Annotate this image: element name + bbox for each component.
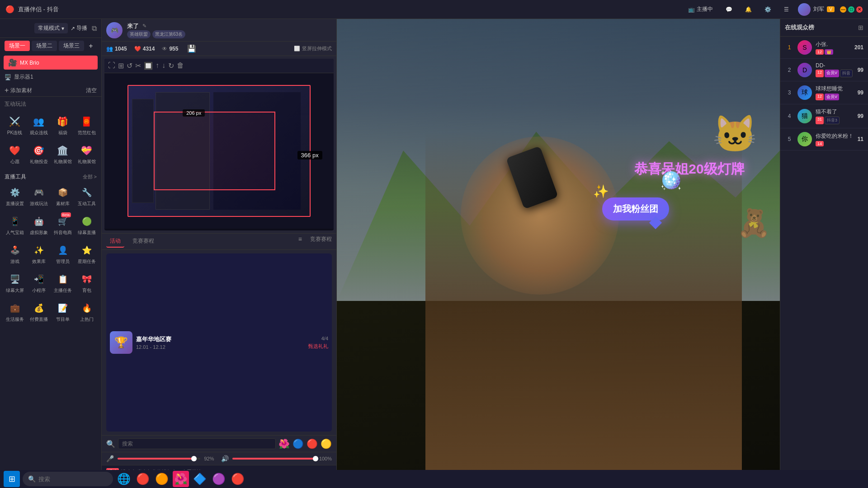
- taskbar-app-4[interactable]: 🌺: [173, 471, 189, 487]
- effects-tool[interactable]: ✨ 效果库: [28, 240, 50, 267]
- speaker-thumb[interactable]: [313, 456, 318, 461]
- save-icon[interactable]: 💾: [187, 44, 196, 53]
- audience-item[interactable]: 👥 观众连线: [28, 112, 50, 139]
- tools-more-btn[interactable]: 全部 >: [83, 174, 97, 180]
- schedule-tab[interactable]: 竞赛赛程: [129, 235, 158, 248]
- cut-icon[interactable]: ✂: [135, 61, 141, 70]
- pk-item[interactable]: ⚔️ PK连线: [4, 112, 26, 139]
- add-material-btn[interactable]: + 添加素材 清空: [0, 84, 101, 96]
- taskbar-app-7[interactable]: 🔴: [230, 471, 246, 487]
- score-5: 11: [858, 136, 863, 142]
- taskbar-app-1[interactable]: 🌐: [116, 471, 132, 487]
- big-screen-tool[interactable]: 🖥️ 绿幕大屏: [4, 269, 26, 296]
- activity-event[interactable]: 🏆 嘉年华地区赛 12.01 - 12.12 4/4 甄选礼礼: [106, 253, 332, 432]
- life-service-icon: 💼: [8, 301, 22, 315]
- refresh-icon[interactable]: ↺: [127, 61, 132, 70]
- viewer-item-3[interactable]: 3 球 球球想睡觉 12 会员V 99: [780, 81, 868, 104]
- host-task-tool[interactable]: 📋 主播任务: [52, 269, 74, 296]
- scene-tab-1[interactable]: 场景一: [5, 41, 30, 51]
- monitor-icon: 🖥️: [5, 74, 11, 80]
- avatar-tool[interactable]: 🤖 虚拟形象: [28, 211, 50, 239]
- lucky-bag-item[interactable]: 🎁 福袋: [52, 112, 74, 139]
- notification-btn[interactable]: 🔔: [741, 5, 755, 14]
- red-packet-item[interactable]: 🧧 范范红包: [75, 112, 98, 139]
- scene-tab-3[interactable]: 场景三: [59, 41, 84, 51]
- live-settings-tool[interactable]: ⚙️ 直播设置: [4, 183, 26, 210]
- plus-icon: +: [5, 86, 9, 94]
- taskbar-app-2[interactable]: 🔴: [135, 471, 151, 487]
- browser-icon-1[interactable]: 🔵: [292, 438, 304, 449]
- settings-btn[interactable]: ⚙️: [761, 5, 775, 14]
- studio-btn[interactable]: 📺 主播中: [684, 4, 717, 15]
- scene-add-btn[interactable]: +: [86, 41, 96, 51]
- menu-btn[interactable]: ☰: [780, 5, 793, 14]
- audio-controls: 🎤 92% 🔊 100%: [102, 452, 336, 465]
- grid-icon[interactable]: ⊞: [118, 61, 124, 70]
- activity-content: 🏆 嘉年华地区赛 12.01 - 12.12 4/4 甄选礼礼: [102, 250, 336, 435]
- viewer-item-2[interactable]: 2 D DD- 12 会员V 抖音 99: [780, 59, 868, 81]
- copy-icon[interactable]: ⧉: [92, 24, 97, 33]
- activity-menu-icon[interactable]: ≡: [298, 235, 302, 248]
- activity-tab[interactable]: 活动: [106, 235, 124, 248]
- video-bg: ✨ 加我粉丝团 🐱 🧸 恭喜呆姐20级灯牌 🪩: [337, 19, 780, 488]
- maximize-btn[interactable]: □: [848, 6, 854, 13]
- chat-btn[interactable]: 💬: [722, 5, 736, 14]
- crop-icon[interactable]: 🔲: [144, 61, 153, 70]
- search-input[interactable]: [118, 438, 276, 449]
- source-mx-brio[interactable]: 🎥 MX Brio: [4, 56, 98, 70]
- close-btn[interactable]: ✕: [856, 6, 863, 13]
- featured-tab[interactable]: 竞赛赛程: [310, 235, 332, 248]
- rotate-icon[interactable]: ↻: [168, 61, 174, 70]
- paid-live-tool[interactable]: 💰 付费直播: [28, 298, 50, 325]
- wish-item[interactable]: ❤️ 心愿: [4, 141, 26, 168]
- minimize-btn[interactable]: —: [840, 6, 846, 13]
- gift-toss-item[interactable]: 🎯 礼物投壶: [28, 141, 50, 168]
- browser-icon-3[interactable]: 🟡: [321, 438, 332, 449]
- ecommerce-tool[interactable]: 🛒 抖音电商 Beta: [52, 211, 74, 239]
- mic-thumb[interactable]: [191, 456, 197, 461]
- game2-tool[interactable]: 🕹️ 游戏: [4, 240, 26, 267]
- viewer-item-4[interactable]: 4 猫 猫不着了 31 抖音3 99: [780, 104, 868, 128]
- mode-selector[interactable]: 常规模式 ▾: [34, 23, 68, 33]
- taskbar-search[interactable]: 🔍: [23, 472, 113, 486]
- expand-icon[interactable]: ⊞: [858, 24, 863, 31]
- admin-tool[interactable]: 👤 管理员: [52, 240, 74, 267]
- interactive-section-title: 互动玩法: [0, 96, 101, 110]
- gift-gallery-item[interactable]: 🏛️ 礼物展馆: [52, 141, 74, 168]
- taskbar-app-3[interactable]: 🟠: [154, 471, 170, 487]
- speaker-slider[interactable]: [232, 458, 315, 460]
- stretch-mode[interactable]: ⬜ 竖屏拉伸模式: [294, 45, 332, 52]
- mic-slider[interactable]: [118, 458, 200, 460]
- down-icon[interactable]: ↓: [162, 61, 165, 70]
- source-display[interactable]: 🖥️ 显示器1: [0, 71, 101, 83]
- game2-icon: 🕹️: [8, 243, 22, 258]
- fullscreen-icon[interactable]: ⛶: [108, 61, 115, 70]
- browser-icon-2[interactable]: 🔴: [307, 438, 318, 449]
- popularity-tool[interactable]: 📱 人气宝箱: [4, 211, 26, 239]
- green-screen-tool[interactable]: 🟢 绿幕直播: [75, 211, 98, 239]
- schedule-tool[interactable]: 📝 节目单: [52, 298, 74, 325]
- material-tool[interactable]: 📦 素材库: [52, 183, 74, 210]
- taskbar-search-input[interactable]: [38, 476, 102, 483]
- viewer-item-1[interactable]: 1 S 小张. 12 👑 201: [780, 37, 868, 59]
- star-task-tool[interactable]: ⭐ 星期任务: [75, 240, 98, 267]
- viewer-item-5[interactable]: 5 你 你爱吃的米粉！ 14 11: [780, 128, 868, 150]
- start-button[interactable]: ⊞: [4, 471, 20, 487]
- gift-bag-tool[interactable]: 🎀 育包: [75, 269, 98, 296]
- interact-tool[interactable]: 🔧 互动工具: [75, 183, 98, 210]
- up-icon[interactable]: ↑: [156, 61, 159, 70]
- edit-icon[interactable]: ✎: [142, 23, 146, 29]
- game-tool[interactable]: 🎮 游戏玩法: [28, 183, 50, 210]
- gift-hall-item[interactable]: 💝 礼物展馆: [75, 141, 98, 168]
- clear-btn[interactable]: 清空: [86, 87, 97, 94]
- scene-tab-2[interactable]: 场景二: [32, 41, 57, 51]
- trending-tool[interactable]: 🔥 上热门: [75, 298, 98, 325]
- header-user[interactable]: 刘军 V: [798, 3, 835, 16]
- delete-icon[interactable]: 🗑: [177, 61, 184, 70]
- taskbar-app-5[interactable]: 🔷: [192, 471, 208, 487]
- taskbar-app-6[interactable]: 🟣: [211, 471, 227, 487]
- life-service-tool[interactable]: 💼 生活服务: [4, 298, 26, 325]
- toy-decoration: 🧸: [737, 207, 771, 239]
- miniapp-tool[interactable]: 📲 小程序: [28, 269, 50, 296]
- export-btn[interactable]: ↗ 导播: [71, 24, 87, 32]
